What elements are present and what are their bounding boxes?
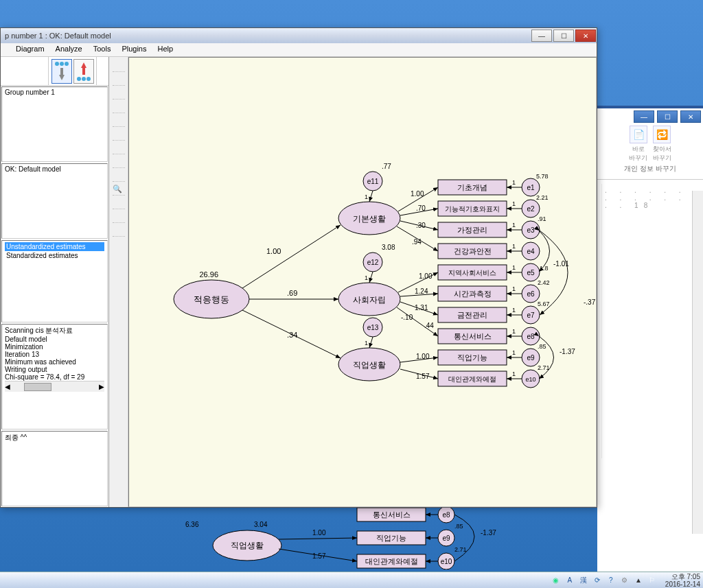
svg-text:직업기능: 직업기능: [376, 534, 406, 542]
menu-diagram[interactable]: Diagram: [14, 45, 46, 55]
unstandardized-estimates[interactable]: Unstandardized estimates: [5, 242, 104, 251]
output-scroll-h[interactable]: ◀▶: [5, 381, 104, 392]
toolbar-selector-left[interactable]: [1, 57, 49, 85]
standardized-estimates[interactable]: Standardized estimates: [5, 251, 104, 260]
menu-analyze[interactable]: Analyze: [54, 45, 84, 55]
path-f1-load: 1.00: [266, 247, 281, 255]
error-e11-var: .77: [382, 163, 391, 170]
tool-icon[interactable]: [113, 171, 125, 182]
output-line: Minimization: [5, 343, 104, 351]
svg-text:1: 1: [512, 200, 516, 207]
svg-text:1.57: 1.57: [416, 373, 430, 380]
replace-direct-icon[interactable]: 📄: [630, 126, 647, 143]
svg-text:1.31: 1.31: [415, 304, 428, 311]
tray-sync-icon[interactable]: ⟳: [592, 576, 602, 585]
titlebar[interactable]: p number 1 : OK: Default model — ☐ ✕: [1, 28, 597, 43]
svg-text:1: 1: [512, 349, 516, 356]
bg-maximize-button[interactable]: ☐: [657, 110, 678, 123]
svg-text:대인관계와예절: 대인관계와예절: [365, 557, 418, 565]
tool-icon[interactable]: [113, 116, 125, 127]
groups-listbox[interactable]: Group number 1: [1, 86, 108, 162]
clock-date: 2016-12-14: [665, 580, 700, 588]
svg-text:1: 1: [365, 193, 368, 200]
bg-close-button[interactable]: ✕: [680, 110, 701, 123]
file-note[interactable]: 최종 ^^: [5, 433, 104, 443]
error-e12-var: 3.08: [382, 244, 395, 251]
svg-text:-.37: -.37: [584, 298, 596, 306]
menubar: Diagram Analyze Tools Plugins Help: [1, 43, 597, 57]
tray-flag-icon[interactable]: ⚐: [647, 576, 657, 585]
tool-icon[interactable]: [113, 102, 125, 113]
svg-text:1: 1: [512, 264, 516, 271]
group-item[interactable]: Group number 1: [5, 89, 104, 96]
svg-text:.30: .30: [416, 222, 426, 229]
output-line: Chi-square = 78.4, df = 29: [5, 373, 104, 381]
svg-point-26: [60, 62, 64, 66]
minimize-button[interactable]: —: [531, 30, 552, 42]
tray-ime-a[interactable]: A: [565, 576, 575, 585]
output-line: Minimum was achieved: [5, 358, 104, 366]
maximize-button[interactable]: ☐: [553, 30, 574, 42]
tool-icon[interactable]: [113, 61, 125, 72]
models-listbox[interactable]: OK: Default model: [1, 163, 108, 239]
diagram-canvas[interactable]: 적응행동 26.96 기본생활 사회자립 직업생활 1.00 .69 .34 e…: [128, 57, 597, 507]
amos-main-window: p number 1 : OK: Default model — ☐ ✕ Dia…: [0, 27, 597, 508]
svg-text:.91: .91: [538, 215, 546, 222]
files-listbox[interactable]: 최종 ^^: [1, 431, 108, 506]
output-line: Iteration 13: [5, 351, 104, 358]
tool-icon[interactable]: [113, 198, 125, 209]
svg-text:1.00: 1.00: [416, 353, 430, 360]
tray-help-icon[interactable]: ?: [606, 576, 616, 585]
tool-icon[interactable]: 🔍: [113, 185, 125, 196]
svg-line-18: [279, 538, 357, 539]
path-diagram-input-icon[interactable]: [51, 59, 72, 84]
svg-text:e5: e5: [527, 269, 535, 277]
tool-icon[interactable]: [113, 130, 125, 141]
svg-text:2.21: 2.21: [536, 194, 549, 201]
tray-icon[interactable]: ⚙: [620, 576, 630, 585]
taskbar-clock[interactable]: 오후 7:05 2016-12-14: [665, 573, 700, 588]
menu-view[interactable]: [3, 45, 6, 55]
system-tray[interactable]: ◉ A 漢 ⟳ ? ⚙ ▲ ⚐: [551, 576, 657, 585]
estimates-listbox[interactable]: Unstandardized estimates Standardized es…: [1, 240, 108, 322]
output-line: Writing output: [5, 366, 104, 373]
menu-plugins[interactable]: Plugins: [120, 45, 148, 55]
tool-icon[interactable]: [113, 212, 125, 223]
svg-text:대인관계와예절: 대인관계와예절: [448, 375, 496, 383]
svg-text:1: 1: [365, 274, 368, 281]
tool-icon[interactable]: [113, 143, 125, 154]
tray-globe-icon[interactable]: ◉: [551, 576, 561, 585]
path-f3-load: .34: [287, 331, 297, 339]
svg-line-34: [369, 191, 373, 202]
find-replace-icon[interactable]: 🔁: [653, 126, 671, 143]
bg-document-body[interactable]: . . . . . . . . . . . . . . 18: [601, 184, 699, 458]
svg-text:기능적기호와표지: 기능적기호와표지: [445, 205, 500, 213]
svg-text:e8: e8: [442, 511, 450, 519]
tool-icon[interactable]: [113, 157, 125, 168]
tool-icon[interactable]: [113, 75, 125, 86]
latent-main-variance: 26.96: [199, 270, 218, 279]
path-diagram-output-icon[interactable]: [73, 59, 94, 84]
svg-text:1: 1: [512, 328, 516, 335]
latent-f1-label: 기본생활: [353, 214, 386, 224]
output-log[interactable]: Scanning cis 분석자료 Default model Minimiza…: [1, 324, 108, 430]
model-status[interactable]: OK: Default model: [5, 165, 104, 173]
bg-minimize-button[interactable]: —: [634, 110, 654, 123]
bg-vertical-scrollbar[interactable]: [692, 191, 703, 534]
svg-text:e10: e10: [525, 376, 535, 383]
tool-column: 🔍: [109, 57, 128, 507]
tray-chevron-up-icon[interactable]: ▲: [634, 576, 643, 585]
svg-text:통신서비스: 통신서비스: [373, 510, 411, 519]
svg-text:건강과안전: 건강과안전: [454, 247, 492, 255]
close-button[interactable]: ✕: [575, 30, 596, 42]
menu-help[interactable]: Help: [156, 45, 174, 55]
svg-text:5.78: 5.78: [536, 173, 549, 180]
tray-ime-han[interactable]: 漢: [579, 576, 588, 585]
path-f2-load: .69: [287, 289, 297, 297]
tool-icon[interactable]: [113, 226, 125, 237]
svg-text:e9: e9: [442, 534, 450, 542]
svg-text:가정관리: 가정관리: [457, 226, 487, 234]
menu-tools[interactable]: Tools: [92, 45, 113, 55]
svg-text:e7: e7: [527, 311, 535, 319]
tool-icon[interactable]: [113, 89, 125, 99]
